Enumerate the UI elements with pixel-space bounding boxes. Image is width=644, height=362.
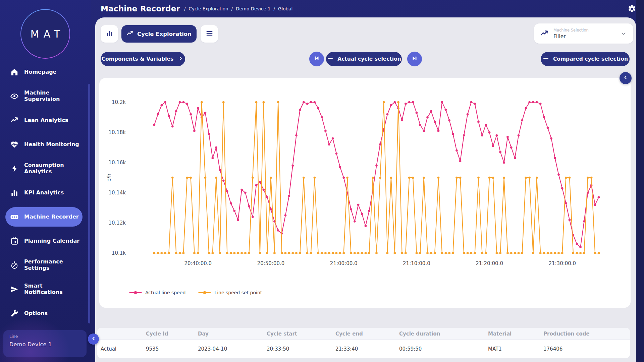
sidebar-item-kpi-analytics[interactable]: KPI Analytics — [5, 181, 83, 205]
sidebar-item-health-monitoring[interactable]: Health Monitoring — [5, 132, 83, 157]
stopwatch-icon — [10, 261, 19, 269]
sidebar-item-smart-notifications[interactable]: Smart Notifications — [5, 277, 83, 301]
compared-cycle-selection-button[interactable]: Compared cycle selection — [541, 52, 630, 66]
skip-next-icon — [411, 54, 419, 64]
svg-text:10.18k: 10.18k — [108, 129, 126, 135]
hamburger-icon — [542, 55, 549, 63]
trend-line-icon — [540, 29, 549, 38]
sidebar: MAT HomepageMachine SupervisionLean Anal… — [0, 0, 91, 362]
svg-text:21:20:00.0: 21:20:00.0 — [476, 260, 503, 266]
sidebar-item-consumption-analytics[interactable]: Consumption Analytics — [5, 157, 83, 181]
cycle-table: Cycle IdDayCycle startCycle endCycle dur… — [97, 328, 630, 358]
chevron-down-icon — [620, 30, 627, 37]
bar-chart-view-button[interactable] — [101, 25, 118, 43]
eye-icon — [10, 92, 19, 101]
svg-text:20:50:00.0: 20:50:00.0 — [257, 260, 285, 266]
legend-swatch — [198, 292, 211, 293]
app-logo: MAT — [20, 9, 70, 59]
settings-gear-icon[interactable] — [627, 4, 637, 14]
machine-selection-label: Machine Selection — [553, 28, 589, 33]
bolt-icon — [10, 164, 19, 173]
actual-cycle-selection-label: Actual cycle selection — [337, 56, 401, 62]
hamburger-icon — [205, 29, 214, 39]
svg-text:10.2k: 10.2k — [112, 99, 126, 105]
trend-icon — [10, 116, 19, 125]
right-edge-strip — [636, 0, 644, 362]
svg-text:20:40:00.0: 20:40:00.0 — [184, 260, 212, 266]
components-variables-button[interactable]: Components & Variables — [101, 52, 185, 66]
breadcrumb-separator: / — [184, 6, 186, 11]
previous-cycle-button[interactable] — [309, 52, 324, 66]
chart-collapse-button[interactable] — [620, 72, 632, 84]
svg-text:10.16k: 10.16k — [108, 160, 126, 166]
table-header-cell: Production code — [543, 331, 627, 337]
cycle-line-chart: 10.2k10.18k10.16k10.14k10.12k10.1k20:40:… — [106, 88, 616, 283]
breadcrumb: / Cycle Exploration / Demo Device 1 / Gl… — [184, 6, 292, 11]
table-row-label: Actual — [101, 346, 146, 352]
table-cell: 20:33:50 — [267, 346, 335, 352]
send-icon — [10, 285, 19, 294]
actual-cycle-selection-button[interactable]: Actual cycle selection — [326, 52, 402, 66]
table-header-cell: Cycle start — [267, 331, 335, 337]
sidebar-item-planning-calendar[interactable]: Planning Calendar — [5, 229, 83, 253]
heart-icon — [10, 140, 19, 149]
recorder-icon — [10, 213, 19, 221]
svg-text:21:10:00.0: 21:10:00.0 — [403, 260, 430, 266]
breadcrumb-item[interactable]: Demo Device 1 — [236, 6, 270, 11]
sidebar-item-homepage[interactable]: Homepage — [5, 60, 83, 84]
cycle-exploration-tab[interactable]: Cycle Exploration — [121, 25, 197, 43]
main-content: Cycle Exploration Machine Selection Fill… — [95, 17, 636, 362]
breadcrumb-item[interactable]: Global — [278, 6, 292, 11]
cycle-exploration-label: Cycle Exploration — [137, 31, 192, 37]
legend-swatch — [129, 292, 142, 293]
header-bar: Machine Recorder / Cycle Exploration / D… — [101, 0, 292, 17]
sidebar-item-performance-settings[interactable]: Performance Settings — [5, 253, 83, 277]
table-header-cell: Cycle Id — [146, 331, 198, 337]
table-header-cell: Cycle duration — [399, 331, 488, 337]
machine-selection-value: Filler — [553, 34, 589, 40]
wrench-icon — [10, 309, 19, 318]
table-cell: 21:33:40 — [335, 346, 399, 352]
table-row[interactable]: Actual95352023-04-1020:33:5021:33:4000:5… — [97, 340, 630, 358]
bars-icon — [10, 188, 19, 197]
svg-text:21:30:00.0: 21:30:00.0 — [548, 260, 576, 266]
table-header-cell: Material — [488, 331, 543, 337]
chevron-right-icon — [177, 55, 184, 63]
table-cell: 2023-04-10 — [198, 346, 267, 352]
breadcrumb-item[interactable]: Cycle Exploration — [189, 6, 228, 11]
line-panel-label: Line — [9, 334, 80, 339]
bar-chart-icon — [105, 29, 114, 39]
app-logo-inner: MAT — [21, 10, 69, 58]
sidebar-item-machine-supervision[interactable]: Machine Supervision — [5, 84, 83, 108]
sidebar-collapse-button[interactable] — [88, 334, 99, 345]
view-menu-button[interactable] — [201, 25, 218, 43]
series-line-speed-set-point — [154, 102, 599, 253]
table-header-cell: Cycle end — [335, 331, 399, 337]
svg-text:10.12k: 10.12k — [108, 220, 126, 226]
table-cell: 9535 — [146, 346, 198, 352]
line-panel-value: Demo Device 1 — [9, 341, 80, 348]
svg-text:21:00:00.0: 21:00:00.0 — [330, 260, 358, 266]
sidebar-nav: HomepageMachine SupervisionLean Analytic… — [0, 60, 91, 325]
legend-item-actual-line-speed[interactable]: Actual line speed — [129, 290, 185, 295]
page-title: Machine Recorder — [101, 4, 180, 13]
sidebar-item-options[interactable]: Options — [5, 301, 83, 325]
table-header-row: Cycle IdDayCycle startCycle endCycle dur… — [97, 328, 630, 340]
sidebar-item-machine-recorder[interactable]: Machine Recorder — [5, 207, 83, 227]
components-variables-label: Components & Variables — [102, 56, 174, 62]
sidebar-item-lean-analytics[interactable]: Lean Analytics — [5, 108, 83, 132]
breadcrumb-separator: / — [231, 6, 233, 11]
chevron-left-icon — [90, 335, 97, 343]
machine-selection-select[interactable]: Machine Selection Filler — [534, 23, 633, 44]
svg-text:b/h: b/h — [106, 174, 112, 182]
table-cell: MAT1 — [488, 346, 543, 352]
home-icon — [10, 68, 19, 76]
svg-text:10.1k: 10.1k — [112, 250, 126, 256]
chevron-left-icon — [622, 74, 629, 82]
next-cycle-button[interactable] — [407, 52, 422, 66]
legend-item-line-speed-set-point[interactable]: Line speed set point — [198, 290, 262, 295]
compared-cycle-selection-label: Compared cycle selection — [553, 56, 628, 62]
line-panel[interactable]: Line Demo Device 1 — [3, 330, 87, 357]
chart-legend: Actual line speedLine speed set point — [129, 290, 262, 295]
sidebar-scrollbar[interactable] — [88, 84, 90, 323]
